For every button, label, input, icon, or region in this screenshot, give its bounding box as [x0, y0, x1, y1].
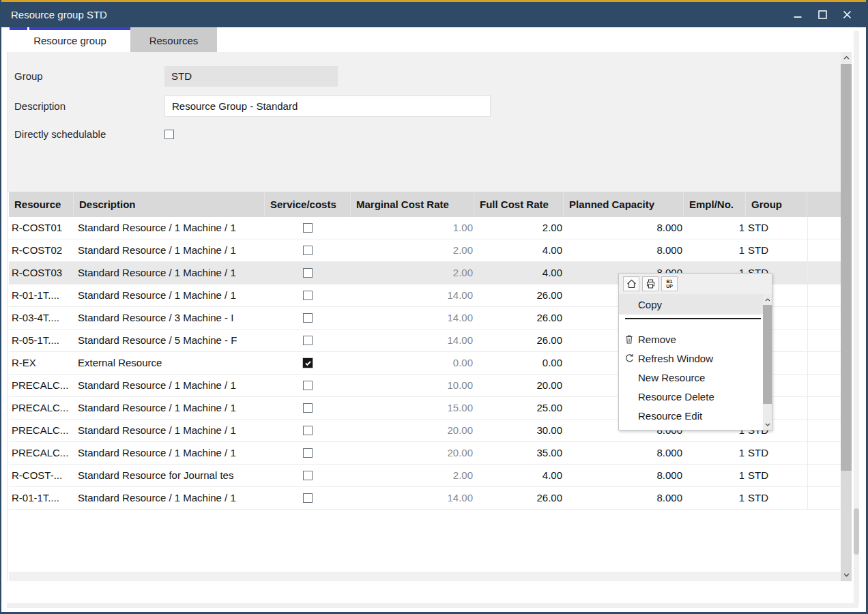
cell-service-costs: [265, 330, 351, 351]
cell-service-costs: [265, 352, 351, 374]
tab-resource-group[interactable]: Resource group: [10, 27, 130, 52]
cell-resource: R-01-1T....: [9, 284, 74, 306]
cell-empl-no: 1: [684, 217, 746, 239]
maximize-button[interactable]: [815, 8, 829, 22]
column-header-full-cost-rate[interactable]: Full Cost Rate: [474, 192, 564, 217]
menu-item-copy[interactable]: Copy: [619, 294, 763, 315]
directly-schedulable-checkbox[interactable]: [164, 130, 174, 139]
service-costs-checkbox[interactable]: [303, 381, 313, 390]
cell-description: Standard Resource / 1 Machine / 1: [74, 284, 265, 306]
cell-marginal-cost-rate: 2.00: [351, 262, 474, 284]
cell-resource: R-05-1T....: [9, 330, 74, 351]
cell-group: STD: [746, 465, 807, 486]
cell-marginal-cost-rate: 15.00: [351, 397, 474, 419]
close-icon: [843, 10, 852, 19]
cell-full-cost-rate: 26.00: [474, 487, 564, 509]
cell-service-costs: [265, 262, 351, 284]
bottom-strip: [7, 603, 858, 608]
cell-planned-capacity: 8.000: [564, 442, 684, 464]
minimize-button[interactable]: [791, 8, 805, 22]
table-row[interactable]: R-01-1T....Standard Resource / 1 Machine…: [9, 487, 841, 510]
context-menu-items: CopyRemoveRefresh WindowNew ResourceReso…: [619, 294, 772, 425]
service-costs-checkbox[interactable]: [303, 358, 313, 368]
cell-marginal-cost-rate: 14.00: [351, 487, 474, 509]
table-row[interactable]: PRECALC...Standard Resource / 1 Machine …: [9, 442, 841, 465]
cell-full-cost-rate: 25.00: [474, 397, 564, 419]
scrollbar-thumb[interactable]: [841, 64, 852, 471]
b1up-button[interactable]: B1 UP: [661, 276, 678, 291]
menu-item-resource-edit[interactable]: Resource Edit: [619, 406, 772, 425]
outer-scrollbar[interactable]: [854, 31, 859, 604]
cell-empl-no: 1: [684, 465, 746, 486]
chevron-up-icon: [765, 298, 770, 302]
cell-full-cost-rate: 20.00: [474, 375, 564, 396]
cell-resource: R-01-1T....: [9, 487, 74, 509]
service-costs-checkbox[interactable]: [303, 336, 313, 345]
service-costs-checkbox[interactable]: [303, 268, 313, 278]
service-costs-checkbox[interactable]: [303, 493, 313, 503]
service-costs-checkbox[interactable]: [303, 426, 313, 435]
column-header-resource[interactable]: Resource: [9, 192, 74, 217]
menu-scrollbar-thumb[interactable]: [763, 305, 772, 404]
column-header-service-costs[interactable]: Service/costs: [265, 192, 351, 217]
menu-scroll-down-button[interactable]: [763, 420, 772, 428]
cell-group: STD: [746, 239, 807, 261]
service-costs-checkbox[interactable]: [303, 448, 313, 458]
column-header-empl-no[interactable]: Empl/No.: [684, 192, 746, 217]
group-field[interactable]: STD: [164, 66, 338, 87]
group-label: Group: [14, 66, 43, 87]
service-costs-checkbox[interactable]: [303, 313, 313, 323]
cell-marginal-cost-rate: 14.00: [351, 307, 474, 329]
cell-empty: [807, 330, 841, 351]
cell-service-costs: [265, 307, 351, 329]
tab-resources[interactable]: Resources: [130, 27, 217, 52]
maximize-icon: [818, 10, 827, 19]
horizontal-scrollbar[interactable]: [9, 572, 841, 581]
cell-description: Standard Resource for Journal tes: [74, 465, 265, 486]
cell-description: Standard Resource / 1 Machine / 1: [74, 487, 265, 509]
cell-description: Standard Resource / 5 Machine - F: [74, 330, 265, 351]
cell-empl-no: 1: [684, 442, 746, 464]
home-button[interactable]: [623, 276, 639, 291]
cell-service-costs: [265, 397, 351, 419]
menu-scroll-up-button[interactable]: [763, 295, 772, 304]
cell-resource: PRECALC...: [9, 442, 74, 464]
context-menu-scrollbar[interactable]: [763, 294, 772, 430]
minimize-icon: [794, 11, 802, 19]
service-costs-checkbox[interactable]: [303, 291, 313, 300]
scroll-up-button[interactable]: [841, 52, 852, 64]
column-header-description[interactable]: Description: [74, 192, 265, 217]
table-row[interactable]: R-COST02Standard Resource / 1 Machine / …: [9, 239, 841, 262]
close-button[interactable]: [840, 8, 854, 22]
description-field[interactable]: Resource Group - Standard: [164, 96, 491, 117]
print-button[interactable]: [642, 276, 659, 291]
service-costs-checkbox[interactable]: [303, 471, 313, 480]
vertical-scrollbar[interactable]: [841, 52, 852, 581]
cell-resource: R-COST02: [9, 239, 74, 261]
menu-item-refresh-window[interactable]: Refresh Window: [619, 349, 772, 368]
table-row[interactable]: R-COST01Standard Resource / 1 Machine / …: [9, 217, 841, 239]
service-costs-checkbox[interactable]: [303, 403, 313, 413]
outer-scrollbar-thumb[interactable]: [854, 508, 859, 555]
menu-item-resource-delete[interactable]: Resource Delete: [619, 387, 772, 406]
cell-full-cost-rate: 26.00: [474, 307, 564, 329]
menu-item-new-resource[interactable]: New Resource: [619, 368, 772, 387]
cell-empty: [807, 284, 841, 306]
column-header-planned-capacity[interactable]: Planned Capacity: [564, 192, 684, 217]
column-header-group[interactable]: Group: [746, 192, 807, 217]
menu-item-label: Copy: [638, 299, 662, 310]
menu-item-label: Refresh Window: [638, 353, 713, 364]
scroll-down-button[interactable]: [841, 569, 852, 581]
cell-description: Standard Resource / 1 Machine / 1: [74, 397, 265, 419]
service-costs-checkbox[interactable]: [303, 223, 313, 233]
directly-schedulable-label: Directly schedulable: [14, 125, 106, 144]
menu-item-remove[interactable]: Remove: [619, 330, 772, 349]
cell-full-cost-rate: 30.00: [474, 420, 564, 441]
cell-marginal-cost-rate: 20.00: [351, 420, 474, 441]
cell-description: Standard Resource / 1 Machine / 1: [74, 420, 265, 441]
column-header-marginal-cost-rate[interactable]: Marginal Cost Rate: [351, 192, 474, 217]
b1up-icon: B1 UP: [666, 279, 673, 289]
cell-resource: R-COST03: [9, 262, 74, 284]
service-costs-checkbox[interactable]: [303, 246, 313, 255]
table-row[interactable]: R-COST-...Standard Resource for Journal …: [9, 465, 841, 487]
